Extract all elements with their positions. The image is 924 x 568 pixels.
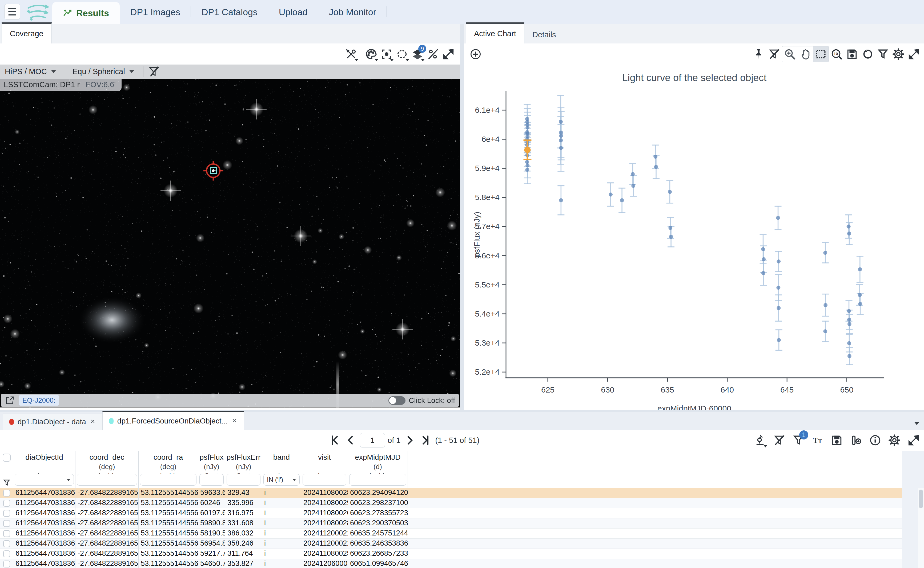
close-icon[interactable] [231, 417, 237, 425]
filter-row-icon[interactable] [3, 479, 11, 486]
add-column-icon[interactable] [848, 432, 864, 448]
pan-icon[interactable] [797, 47, 813, 62]
chart-point[interactable] [847, 317, 851, 322]
menu-button[interactable] [4, 4, 20, 20]
chart-point[interactable] [668, 226, 672, 230]
chart-point[interactable] [823, 251, 827, 255]
table-row[interactable]: 611256447031836758-27.6848228891652853.1… [0, 488, 902, 498]
select-all-checkbox[interactable] [3, 453, 11, 462]
tab-upload[interactable]: Upload [268, 0, 318, 24]
close-icon[interactable] [90, 418, 96, 426]
tab-forcedsource[interactable]: dp1.ForcedSourceOnDiaObject... [102, 411, 244, 430]
table-row[interactable]: 611256447031836758-27.6848228891652853.1… [0, 549, 902, 559]
chart-point[interactable] [777, 338, 781, 342]
layers-icon[interactable]: 9 [410, 47, 425, 62]
row-checkbox[interactable] [3, 489, 10, 497]
chart-point[interactable] [559, 120, 563, 124]
clear-filter-icon[interactable] [148, 65, 160, 78]
distance-tool-off-icon[interactable] [425, 47, 441, 62]
chart-point[interactable] [776, 216, 780, 220]
color-palette-icon[interactable] [363, 47, 379, 62]
zoom-in-icon[interactable] [782, 47, 797, 62]
filter-input-visit[interactable] [303, 474, 346, 486]
chart-point[interactable] [559, 146, 563, 150]
chart-point[interactable] [858, 302, 862, 306]
image-tools-icon[interactable] [344, 47, 359, 62]
selected-chart-point[interactable] [524, 147, 531, 153]
sky-image-viewport[interactable]: LSSTComCam: DP1 r FOV:6.6' EQ-J2000: [0, 79, 460, 408]
last-page-button[interactable] [419, 434, 433, 447]
panel-divider[interactable] [460, 24, 464, 410]
tab-job-monitor[interactable]: Job Monitor [318, 0, 387, 24]
row-checkbox[interactable] [3, 540, 10, 547]
chart-point[interactable] [525, 168, 529, 172]
filter-input-psfFlux[interactable] [199, 474, 224, 486]
chart-point[interactable] [559, 198, 563, 202]
column-header-band[interactable]: bandcharIN ('i') [262, 451, 301, 488]
tab-details[interactable]: Details [525, 26, 564, 44]
row-checkbox[interactable] [3, 500, 10, 507]
save-table-icon[interactable] [829, 432, 844, 448]
expand-panel-icon[interactable] [441, 47, 456, 62]
click-lock-toggle[interactable] [389, 396, 405, 405]
pin-chart-icon[interactable] [751, 47, 766, 62]
tab-diaobject[interactable]: dp1.DiaObject - data [3, 414, 102, 430]
chart-point[interactable] [847, 231, 851, 236]
chart-point[interactable] [847, 341, 851, 345]
chart-point[interactable] [847, 354, 852, 358]
hips-moc-dropdown[interactable]: HiPS / MOC [0, 67, 61, 76]
center-on-icon[interactable] [379, 47, 394, 62]
expand-chart-icon[interactable] [906, 47, 922, 62]
chart-point[interactable] [654, 165, 658, 169]
filter-select-diaObjectId[interactable] [15, 474, 74, 486]
box-select-icon[interactable] [813, 47, 829, 62]
chart-point[interactable] [559, 138, 563, 142]
chart-settings-icon[interactable] [891, 47, 906, 62]
scrollbar-thumb[interactable] [919, 489, 923, 508]
column-header-coord_ra[interactable]: coord_ra(deg)double [139, 451, 198, 488]
chart-point[interactable] [847, 322, 852, 326]
chart-point[interactable] [776, 286, 780, 290]
column-header-diaObjectId[interactable]: diaObjectIdlong [14, 451, 75, 488]
table-filter-icon[interactable]: 1 [791, 432, 806, 448]
table-row[interactable]: 611256447031836758-27.6848228891652853.1… [0, 508, 902, 518]
first-page-button[interactable] [328, 434, 341, 447]
chart-point[interactable] [609, 193, 613, 196]
filter-input-coord_dec[interactable] [77, 474, 137, 486]
info-icon[interactable] [867, 432, 883, 448]
table-row[interactable]: 611256447031836758-27.6848228891652853.1… [0, 529, 902, 539]
add-chart-icon[interactable] [468, 47, 483, 62]
chart-point[interactable] [668, 190, 672, 194]
chart-point[interactable] [653, 155, 657, 159]
selected-object-marker[interactable] [202, 159, 225, 182]
tab-dp1-images[interactable]: DP1 Images [120, 0, 191, 24]
row-checkbox[interactable] [3, 520, 10, 527]
popout-icon[interactable] [5, 396, 14, 405]
filter-select-band[interactable]: IN ('i') [264, 474, 300, 486]
next-page-button[interactable] [403, 434, 416, 447]
chart-point[interactable] [525, 160, 529, 164]
chart-point[interactable] [559, 134, 563, 137]
chart-point[interactable] [823, 303, 828, 307]
table-filter-off-icon[interactable] [772, 432, 787, 448]
tab-results[interactable]: Results [52, 2, 120, 24]
column-header-visit[interactable]: visitlong [301, 451, 348, 488]
chart-point[interactable] [858, 293, 862, 297]
filter-input-coord_ra[interactable] [140, 474, 196, 486]
tab-dp1-catalogs[interactable]: DP1 Catalogs [191, 0, 268, 24]
row-checkbox[interactable] [3, 550, 10, 557]
chart-point[interactable] [776, 260, 781, 263]
inspect-icon[interactable] [752, 432, 768, 448]
chart-point[interactable] [761, 271, 766, 275]
prev-page-button[interactable] [344, 434, 357, 447]
row-checkbox[interactable] [3, 510, 10, 517]
column-header-expMidptMJD[interactable]: expMidptMJD(d)double [348, 451, 408, 488]
table-row[interactable]: 611256447031836758-27.6848228891652853.1… [0, 539, 902, 549]
tab-overflow-dropdown-icon[interactable] [914, 422, 919, 425]
row-checkbox[interactable] [3, 560, 10, 568]
table-row[interactable]: 611256447031836758-27.6848228891652853.1… [0, 498, 902, 508]
column-header-psfFlux[interactable]: psfFlux(nJy)float [198, 451, 225, 488]
chart-point[interactable] [620, 198, 624, 202]
restore-chart-icon[interactable] [860, 47, 875, 62]
chart-point[interactable] [525, 125, 529, 130]
